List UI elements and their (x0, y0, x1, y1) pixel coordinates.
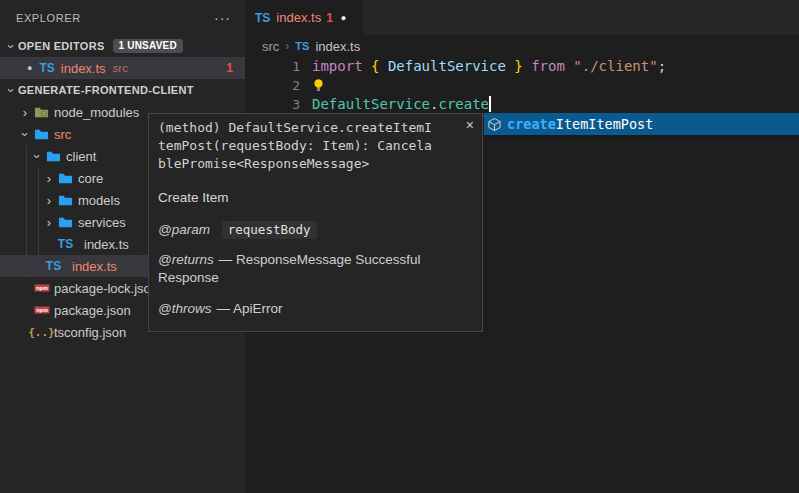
chevron-right-icon[interactable]: › (18, 105, 32, 120)
token-semicolon: ; (658, 58, 666, 74)
folder-icon (44, 149, 63, 164)
token-from: from (531, 58, 573, 74)
token-default-service: DefaultService (312, 96, 430, 112)
chevron-down-icon[interactable]: › (30, 149, 45, 163)
breadcrumb-folder[interactable]: src (262, 39, 279, 54)
explorer-title: EXPLORER (16, 12, 81, 24)
code-text: import { DefaultService } from "./client… (300, 57, 666, 76)
project-name: GENERATE-FRONTEND-CLIENT (18, 84, 194, 96)
param-name-chip: requestBody (222, 221, 317, 239)
tree-item-label: package.json (54, 303, 131, 318)
suggest-match-text: create (507, 116, 556, 132)
throws-tag: @throws (158, 301, 211, 316)
unsaved-badge: 1 UNSAVED (113, 39, 183, 53)
svg-text:npm: npm (36, 307, 48, 313)
tree-item-label: package-lock.json (54, 281, 158, 296)
breadcrumb-separator-icon: › (285, 39, 289, 53)
folder-icon (56, 171, 75, 186)
indent-guide (26, 145, 27, 277)
tree-item-label: services (78, 215, 126, 230)
lightbulb-icon[interactable] (312, 78, 325, 92)
suggest-widget-footer (484, 135, 799, 140)
open-editor-item-index-ts[interactable]: ● TS index.ts src 1 (0, 57, 245, 79)
hover-signature: (method) DefaultService.createItemI temP… (158, 119, 473, 173)
hover-returns-row: @returns— ResponseMessage Successful Res… (158, 251, 473, 287)
code-area: 1 import { DefaultService } from "./clie… (245, 57, 799, 114)
code-text: DefaultService.create (300, 95, 491, 114)
suggest-label: createItemItemPost (507, 116, 653, 132)
tree-item-label: node_modules (54, 105, 139, 120)
suggest-widget: createItemItemPost (484, 113, 799, 140)
chevron-down-icon[interactable]: › (4, 83, 19, 97)
tab-index-ts[interactable]: TS index.ts 1 ● (245, 0, 363, 35)
svg-text:npm: npm (36, 285, 48, 291)
token-default-service: DefaultService (379, 58, 514, 74)
node-modules-folder-icon (32, 105, 51, 120)
line-number: 2 (245, 76, 300, 95)
tree-item-label: index.ts (72, 259, 117, 274)
token-module-string: "./client" (573, 58, 657, 74)
typescript-file-icon: TS (39, 61, 54, 75)
code-line-1[interactable]: 1 import { DefaultService } from "./clie… (245, 57, 799, 76)
error-count-badge: 1 (226, 61, 233, 75)
folder-icon (32, 127, 51, 142)
npm-file-icon: npm (32, 280, 51, 296)
project-section-header[interactable]: › GENERATE-FRONTEND-CLIENT (0, 79, 245, 101)
json-config-file-icon: {..} (32, 326, 51, 339)
close-icon[interactable]: × (466, 118, 474, 132)
tree-item-label: core (78, 171, 103, 186)
token-create-with-error: create (438, 96, 489, 112)
token-import: import (312, 58, 371, 74)
chevron-right-icon[interactable]: › (42, 193, 56, 208)
chevron-right-icon[interactable]: › (42, 215, 56, 230)
tab-bar: TS index.ts 1 ● (245, 0, 799, 35)
tab-modified-dot-icon[interactable]: ● (341, 13, 346, 23)
breadcrumb: src › TS index.ts (245, 35, 799, 57)
typescript-file-icon: TS (295, 40, 309, 52)
hover-throws-row: @throws— ApiError (158, 300, 473, 318)
throws-text: — ApiError (216, 301, 282, 316)
hover-param-row: @param requestBody (158, 221, 473, 239)
explorer-header: EXPLORER ··· (0, 0, 245, 35)
tab-error-count: 1 (326, 11, 333, 25)
chevron-right-icon[interactable]: › (42, 171, 56, 186)
hover-description: Create Item (158, 190, 473, 205)
typescript-file-icon: TS (44, 259, 63, 273)
tree-item-label: src (54, 127, 71, 142)
tree-item-label: index.ts (84, 237, 129, 252)
text-cursor (489, 96, 491, 112)
open-editors-label: OPEN EDITORS (18, 40, 105, 52)
modified-dot-icon: ● (27, 63, 32, 73)
open-editor-file-name: index.ts (61, 61, 106, 76)
line-number: 1 (245, 57, 300, 76)
npm-file-icon: npm (32, 302, 51, 318)
suggest-item-create-item-item-post[interactable]: createItemItemPost (484, 113, 799, 135)
token-close-brace: } (514, 58, 531, 74)
suggest-rest-text: ItemItemPost (556, 116, 654, 132)
code-line-2[interactable]: 2 (245, 76, 799, 95)
typescript-file-icon: TS (56, 237, 75, 251)
tab-file-name: index.ts (276, 10, 321, 25)
hover-tooltip: × (method) DefaultService.createItemI te… (148, 113, 483, 332)
tree-item-label: tsconfig.json (54, 325, 126, 340)
chevron-down-icon[interactable]: › (18, 127, 33, 141)
method-cube-icon (487, 117, 502, 132)
chevron-down-icon[interactable]: › (4, 39, 19, 53)
tree-item-label: client (66, 149, 96, 164)
code-line-3[interactable]: 3 DefaultService.create (245, 95, 799, 114)
open-editor-file-path: src (113, 62, 128, 74)
line-number: 3 (245, 95, 300, 114)
param-tag: @param (158, 222, 210, 237)
folder-icon (56, 215, 75, 230)
code-text (300, 76, 325, 95)
folder-icon (56, 193, 75, 208)
returns-tag: @returns (158, 252, 214, 267)
more-actions-icon[interactable]: ··· (214, 10, 231, 26)
tree-item-label: models (78, 193, 120, 208)
breadcrumb-file[interactable]: index.ts (315, 39, 360, 54)
typescript-file-icon: TS (255, 11, 270, 25)
open-editors-section-header[interactable]: › OPEN EDITORS 1 UNSAVED (0, 35, 245, 57)
indent-guide (38, 167, 39, 255)
